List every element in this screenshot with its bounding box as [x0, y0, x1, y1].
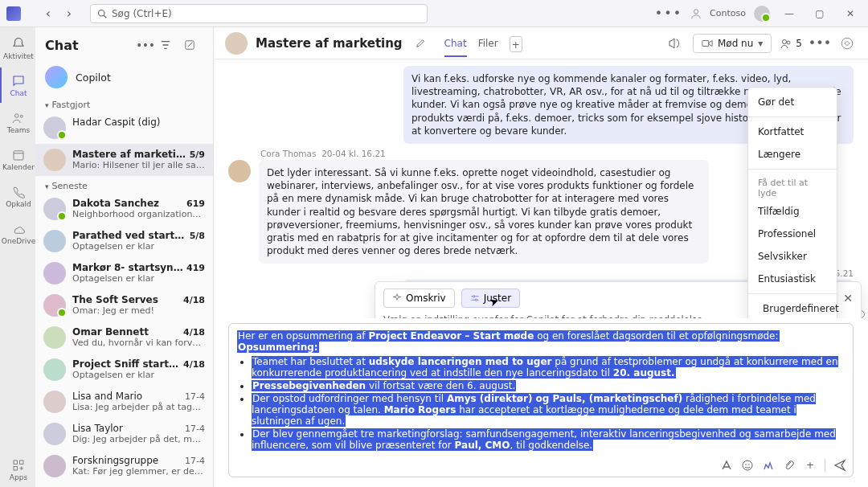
adjust-custom[interactable]: Brugerdefineret — [748, 297, 837, 318]
people-icon — [780, 37, 792, 50]
avatar — [43, 455, 66, 477]
avatar — [43, 294, 66, 317]
svg-point-21 — [475, 299, 477, 301]
svg-line-1 — [104, 15, 106, 18]
tab-chat[interactable]: Chat — [444, 30, 467, 57]
window-close-button[interactable]: ✕ — [839, 2, 862, 25]
avatar — [43, 391, 66, 413]
nav-back-button[interactable]: ‹ — [39, 4, 58, 23]
adjust-option[interactable]: Tilfældig — [748, 200, 837, 223]
chat-list-panel: Chat ••• Copilot Fastgjort Hadar Caspit … — [35, 27, 214, 487]
conv-item[interactable]: Lisa and Mario17-4Lisa: Jeg arbejder på … — [35, 386, 213, 418]
conv-item[interactable]: Omar Bennett4/18Ved du, hvornår vi kan f… — [35, 321, 213, 354]
avatar — [43, 230, 66, 252]
title-bar: ‹ › Søg (Ctrl+E) ••• Contoso — ▢ ✕ — [0, 0, 868, 27]
tab-files[interactable]: Filer — [478, 30, 498, 57]
adjust-option[interactable]: Længere — [748, 143, 837, 166]
avatar — [43, 423, 66, 445]
tab-add[interactable]: + — [510, 36, 522, 52]
adjust-option[interactable]: Entusiastisk — [748, 268, 837, 290]
conv-item[interactable]: The Soft Serves4/18Omar: Jeg er med! — [35, 289, 213, 321]
compose-box[interactable]: Her er en opsummering af Project Endeavo… — [228, 323, 854, 477]
svg-point-4 — [20, 115, 23, 117]
avatar — [43, 262, 66, 284]
rail-activity[interactable]: Aktivitet — [0, 31, 35, 66]
meet-now-button[interactable]: Mød nu ▾ — [693, 34, 772, 53]
conv-item[interactable]: Lisa Taylor17-4Dig: Jeg arbejder på det,… — [35, 418, 213, 450]
adjust-option[interactable]: Kortfattet — [748, 121, 837, 143]
adjust-option[interactable]: Selvsikker — [748, 245, 837, 268]
window-maximize-button[interactable]: ▢ — [809, 2, 831, 25]
section-pinned[interactable]: Fastgjort — [35, 95, 213, 112]
svg-point-14 — [783, 39, 787, 43]
adjust-section-header: Få det til at lyde — [748, 173, 837, 200]
svg-rect-9 — [14, 466, 18, 470]
window-minimize-button[interactable]: — — [778, 2, 800, 25]
rail-teams[interactable]: Teams — [0, 104, 35, 140]
message-list[interactable]: Vi kan f.eks. udforske nye og kommende k… — [214, 59, 868, 318]
chat-list-more-button[interactable]: ••• — [136, 35, 155, 55]
svg-point-20 — [473, 296, 474, 297]
svg-rect-13 — [702, 40, 709, 46]
send-button[interactable] — [833, 459, 846, 472]
chat-header: Mastere af marketing Chat Filer + Mød nu… — [214, 27, 868, 59]
svg-point-3 — [15, 113, 19, 117]
sliders-icon — [470, 293, 480, 303]
chat-main: Mastere af marketing Chat Filer + Mød nu… — [214, 27, 868, 487]
chat-header-more-icon[interactable]: ••• — [810, 34, 829, 53]
emoji-icon[interactable] — [741, 459, 754, 472]
chat-title: Mastere af marketing — [256, 36, 403, 51]
conv-item[interactable]: Dakota Sanchez619Neighborhood organizati… — [35, 193, 213, 225]
search-icon — [97, 9, 107, 18]
svg-rect-8 — [20, 460, 24, 464]
svg-point-24 — [748, 464, 750, 465]
avatar — [43, 149, 66, 171]
svg-point-15 — [787, 41, 790, 44]
rail-apps[interactable]: Apps — [0, 452, 35, 487]
conv-item[interactable]: Parathed ved start af Project Avalon5/8O… — [35, 225, 213, 257]
section-recent[interactable]: Seneste — [35, 176, 213, 193]
conv-item[interactable]: Project Sniff starter parathedsgenn…4/18… — [35, 354, 213, 386]
copilot-compose-icon[interactable] — [762, 459, 775, 472]
attach-icon[interactable] — [783, 459, 796, 472]
search-box[interactable]: Søg (Ctrl+E) — [90, 4, 428, 23]
more-icon[interactable]: ••• — [655, 6, 682, 21]
copilot-icon — [45, 66, 68, 88]
rail-calendar[interactable]: Kalender — [0, 141, 35, 177]
compose-more-icon[interactable]: + — [804, 459, 817, 472]
chat-avatar — [225, 32, 248, 55]
svg-point-23 — [745, 464, 747, 465]
rewrite-close-button[interactable]: ✕ — [843, 292, 853, 305]
conv-item[interactable]: Markør 8- startsynkronisering419Optagels… — [35, 257, 213, 289]
me-avatar[interactable] — [754, 6, 770, 22]
edit-title-icon[interactable] — [411, 34, 430, 53]
left-rail: Aktivitet Chat Teams Kalender Opkald One… — [0, 27, 35, 487]
conv-item[interactable]: Forskningsgruppe17-4Kat: Før jeg glemmer… — [35, 450, 213, 482]
search-placeholder: Søg (Ctrl+E) — [112, 8, 172, 19]
rewrite-button[interactable]: Omskriv — [383, 289, 455, 308]
rail-chat[interactable]: Chat — [0, 68, 35, 103]
adjust-option[interactable]: Gør det — [748, 91, 837, 113]
participants-button[interactable]: 5 — [780, 37, 802, 50]
chat-filter-button[interactable] — [160, 35, 179, 55]
org-name: Contoso — [710, 8, 746, 18]
format-icon[interactable] — [720, 459, 733, 472]
svg-rect-5 — [14, 150, 23, 159]
conv-mastere[interactable]: Mastere af marketing5/9 Mario: Hilsener … — [35, 144, 213, 176]
conv-hadar[interactable]: Hadar Caspit (dig) — [35, 112, 213, 144]
rail-onedrive[interactable]: OneDrive — [0, 215, 35, 251]
sparkle-icon — [392, 293, 402, 303]
avatar — [228, 160, 251, 182]
audio-devices-icon[interactable] — [665, 34, 685, 53]
svg-point-0 — [99, 10, 105, 16]
copilot-pane-icon[interactable] — [837, 34, 857, 53]
avatar — [43, 198, 66, 220]
nav-forward-button[interactable]: › — [59, 4, 79, 23]
svg-rect-7 — [14, 460, 18, 464]
adjust-menu: Gør det Kortfattet Længere Få det til at… — [747, 87, 837, 318]
adjust-option[interactable]: Professionel — [748, 223, 837, 245]
teams-app-icon — [6, 6, 21, 21]
rail-calls[interactable]: Opkald — [0, 178, 35, 214]
new-chat-button[interactable] — [184, 35, 203, 55]
copilot-row[interactable]: Copilot — [35, 59, 213, 95]
